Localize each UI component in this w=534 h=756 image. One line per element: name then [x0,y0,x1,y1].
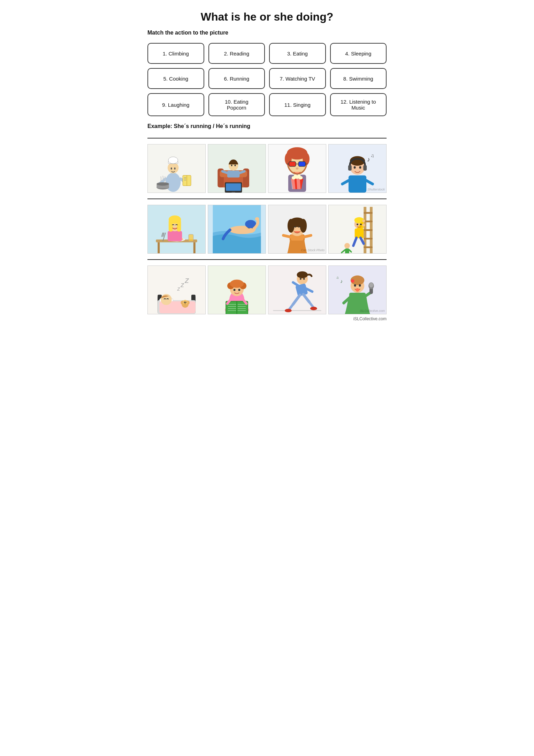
svg-point-90 [300,219,307,232]
divider-2 [147,199,387,199]
svg-rect-100 [364,238,373,240]
svg-point-52 [359,166,361,169]
svg-line-116 [349,250,351,252]
svg-line-91 [283,235,291,237]
svg-point-112 [360,224,362,225]
image-sleeping: z z z [147,265,206,314]
svg-rect-23 [227,171,239,178]
svg-point-89 [288,219,295,232]
svg-rect-37 [298,162,305,166]
svg-rect-27 [226,183,241,191]
svg-line-24 [222,171,227,173]
image-climbing [328,205,387,254]
word-grid: 1. Climbing 2. Reading 3. Eating 4. Slee… [147,43,387,116]
svg-line-165 [303,294,309,302]
divider-1 [147,138,387,139]
svg-rect-54 [363,165,367,171]
svg-line-92 [303,235,311,237]
image-watching-tv [208,144,266,193]
svg-rect-28 [232,192,235,193]
watermark-singing: iSLCollective.com [360,309,385,313]
example-text: Example: She´s running / He´s running [147,123,387,129]
svg-point-107 [362,219,365,222]
word-box-5: 5. Cooking [147,68,204,89]
svg-line-57 [342,181,349,184]
svg-text:z: z [177,286,180,292]
svg-rect-101 [364,246,373,248]
svg-point-22 [235,165,236,166]
svg-point-140 [230,279,244,288]
svg-line-163 [293,295,300,305]
svg-rect-114 [345,248,349,253]
word-box-7: 7. Watching TV [269,68,326,89]
svg-rect-64 [193,242,196,253]
svg-rect-72 [177,219,181,232]
word-box-8: 8. Swimming [330,68,387,89]
instruction-text: Match the action to the picture [147,30,387,36]
svg-text:♪: ♪ [340,279,343,284]
svg-point-3 [168,157,178,164]
svg-rect-68 [168,231,182,241]
svg-point-84 [255,217,259,221]
svg-line-110 [360,238,364,244]
svg-point-158 [300,278,302,280]
svg-text:♪: ♪ [367,156,370,163]
image-listening-music: ♪ ♫ Shutterstock [328,144,387,193]
svg-point-111 [357,224,358,225]
svg-rect-53 [348,165,352,171]
word-box-6: 6. Running [208,68,265,89]
svg-point-173 [354,284,356,287]
word-box-11: 11. Singing [269,93,326,116]
svg-rect-63 [158,242,160,253]
svg-point-142 [238,289,240,291]
image-singing: Can Stock Photo [268,205,326,254]
svg-point-159 [303,278,305,280]
svg-point-168 [310,307,317,310]
svg-rect-48 [349,175,366,193]
image-swimming [208,205,266,254]
svg-point-51 [354,166,356,169]
svg-point-132 [184,302,185,303]
svg-point-46 [294,174,297,177]
svg-point-167 [285,309,292,312]
svg-text:z: z [180,281,184,289]
svg-point-108 [362,224,365,226]
svg-point-113 [344,243,350,248]
word-box-3: 3. Eating [269,43,326,64]
image-row-2: Can Stock Photo [147,205,387,254]
svg-rect-99 [364,229,373,231]
svg-point-10 [157,182,169,186]
svg-point-133 [185,302,186,303]
svg-point-141 [234,289,236,291]
image-reading [208,265,266,314]
word-box-2: 2. Reading [208,43,265,64]
svg-rect-36 [289,162,296,166]
svg-point-47 [297,174,301,177]
svg-line-58 [366,181,373,184]
divider-3 [147,259,387,260]
svg-point-21 [231,165,232,166]
svg-point-41 [296,167,299,170]
svg-text:z: z [184,276,189,285]
word-box-9: 9. Laughing [147,93,204,116]
page-title: What is he or she doing? [147,10,387,23]
svg-line-109 [353,238,357,246]
svg-point-172 [351,279,354,283]
image-running [268,265,326,314]
image-cooking [147,144,206,193]
svg-point-5 [174,167,176,170]
image-singing-mic: ♪ ♫ iSLCollective.com [328,265,387,314]
word-box-4: 4. Sleeping [330,43,387,64]
word-box-12: 12. Listening toMusic [330,93,387,116]
image-row-3: z z z [147,265,387,314]
svg-rect-71 [169,219,173,232]
svg-rect-169 [349,293,366,299]
svg-text:♫: ♫ [336,276,338,279]
footer-text: iSLCollective.com [147,316,387,321]
image-eating [147,205,206,254]
svg-point-4 [171,167,172,170]
svg-rect-67 [189,234,193,241]
svg-line-115 [342,250,345,253]
image-row-1: ♪ ♫ Shutterstock [147,144,387,193]
svg-point-0 [166,173,181,192]
